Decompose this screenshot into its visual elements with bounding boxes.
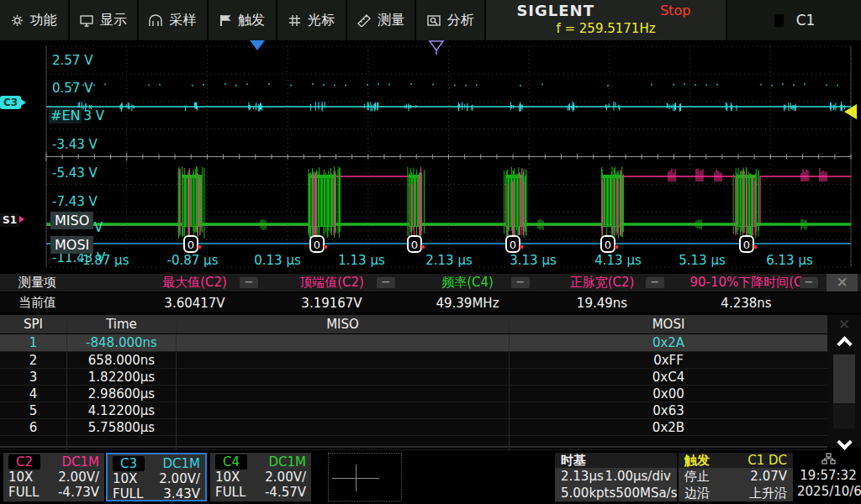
spi-frame-marker[interactable]: 0	[506, 236, 523, 252]
spi-frame-marker[interactable]: 0	[184, 236, 201, 252]
timebase-box[interactable]: 时基 2.13µs1.00µs/div 5.00kpts500MSa/s	[555, 453, 677, 501]
time-label: 1.13 µs	[338, 253, 385, 268]
acquisition-state[interactable]: Stop	[625, 3, 726, 18]
s1-decode-marker[interactable]: S1	[0, 213, 19, 227]
spi-frame-marker[interactable]: 0	[740, 236, 757, 252]
oscilloscope-screen: 功能 显示 采样 触发 光标 测量	[0, 0, 861, 504]
c4-label: C4	[215, 454, 247, 470]
time-label: 4.13 µs	[594, 253, 642, 268]
waveform-display[interactable]: 000000 2.57 V0.57 V-3.43 V-5.43 V-7.43 V…	[0, 40, 861, 273]
decode-row[interactable]: 6 5.75800µs 0x2B	[0, 419, 827, 436]
cell-miso	[177, 369, 510, 385]
siglent-logo: SIGLENT	[486, 2, 625, 19]
measure-value-pwidth: 19.49ns	[535, 293, 669, 312]
cell-idx: 5	[0, 402, 67, 418]
measure-icon	[357, 14, 371, 27]
svg-text:0: 0	[743, 239, 750, 251]
col-header-time: Time	[67, 315, 177, 333]
remove-measure-pwidth-button[interactable]: −	[646, 277, 664, 288]
menu-display[interactable]: 显示	[70, 0, 140, 40]
acquire-icon	[149, 14, 162, 27]
svg-text:0: 0	[605, 239, 611, 251]
trigger-source: C1 DC	[747, 453, 787, 468]
menu-trigger[interactable]: 触发	[209, 0, 278, 40]
svg-text:0: 0	[510, 239, 516, 251]
trigger-slope: 上升沿	[749, 486, 787, 501]
trigger-position-marker[interactable]	[250, 40, 265, 50]
decode-row-empty	[0, 436, 827, 450]
c2-probe: 10X	[8, 470, 33, 485]
menu-display-label: 显示	[100, 12, 127, 29]
remove-measure-fall-button[interactable]: −	[800, 277, 818, 288]
channel-menu-button[interactable]: C1	[727, 0, 861, 40]
c3-label: C3	[113, 456, 145, 471]
bottom-status-bar: C2DC1M 10X2.00V/ FULL-4.73V C3DC1M 10X2.…	[0, 450, 861, 504]
remove-measure-max-button[interactable]: −	[240, 277, 258, 288]
spi-frame-marker[interactable]: 0	[310, 236, 327, 252]
en-bus-label-line: #EN 3 V	[49, 108, 104, 123]
timebase-scale: 1.00µs/div	[605, 469, 671, 484]
measure-item-fall-name: 90-10%下降时间(C	[689, 275, 802, 291]
menu-utility[interactable]: 功能	[0, 0, 70, 40]
trigger-box[interactable]: 触发C1 DC 停止2.07V 边沿上升沿	[679, 453, 793, 501]
mosi-bus-label: MOSI	[50, 236, 93, 254]
decode-row[interactable]: 3 1.82200µs 0xC4	[0, 369, 827, 386]
scroll-down-button[interactable]	[837, 434, 852, 449]
menu-analysis[interactable]: 分析	[416, 0, 486, 40]
c3-offset: 3.43V	[163, 486, 200, 501]
measure-item-freq-name: 频率(C4)	[441, 275, 494, 291]
time-label: 2.13 µs	[425, 253, 473, 268]
time-label: -0.87 µs	[167, 253, 219, 268]
measure-row2-label: 当前值	[0, 293, 126, 312]
timebase-label: 时基	[561, 453, 586, 469]
menu-acquire[interactable]: 采样	[139, 0, 209, 40]
en-scale-tail: 3 V	[83, 108, 104, 123]
cell-mosi: 0xFF	[510, 352, 827, 368]
measure-value-top: 3.19167V	[263, 293, 400, 312]
en-bus-label: #EN	[49, 108, 82, 123]
remove-measure-freq-button[interactable]: −	[511, 277, 530, 288]
decode-row[interactable]: 5 4.12200µs 0x63	[0, 402, 827, 419]
c3-scale: 2.00V/	[159, 471, 200, 486]
channel-menu-label: C1	[796, 12, 816, 29]
trigger-label: 触发	[684, 453, 710, 468]
c3-channel-marker[interactable]: C3	[0, 96, 21, 109]
trigger-level-marker[interactable]	[844, 104, 857, 119]
spi-frame-marker[interactable]: 0	[601, 236, 618, 252]
cell-miso	[177, 402, 510, 418]
measure-value-max: 3.60417V	[126, 293, 263, 312]
close-decode-table-button[interactable]: ✕	[838, 315, 850, 333]
status-block: SIGLENT Stop f = 259.5171Hz	[486, 0, 727, 40]
cell-miso	[177, 352, 510, 368]
decode-row[interactable]: 2 658.000ns 0xFF	[0, 352, 827, 369]
miso-bus-label: MISO	[50, 212, 93, 229]
spi-frame-marker[interactable]: 0	[408, 236, 425, 252]
cell-idx: 4	[0, 386, 67, 402]
col-header-miso: MISO	[177, 315, 510, 333]
channel-box-c3[interactable]: C3DC1M 10X2.00V/ FULL3.43V	[106, 453, 207, 501]
cell-miso	[177, 419, 510, 435]
menu-measure[interactable]: 测量	[347, 0, 417, 40]
col-header-mosi: MOSI	[510, 315, 827, 333]
c4-scale: 2.00V/	[265, 470, 306, 485]
scroll-up-button[interactable]	[837, 336, 852, 351]
channel-box-c2[interactable]: C2DC1M 10X2.00V/ FULL-4.73V	[3, 453, 104, 501]
scrollbar-thumb[interactable]	[833, 354, 855, 403]
cell-mosi: 0xC4	[510, 369, 827, 385]
c2-bandwidth: FULL	[8, 485, 39, 500]
menu-cursors[interactable]: 光标	[277, 0, 347, 40]
channel-box-c4[interactable]: C4DC1M 10X2.00V/ FULL-4.57V	[210, 453, 311, 501]
measure-item-pwidth-name: 正脉宽(C2)	[570, 275, 635, 291]
clock-box: 19:57:32 2025/10/6	[797, 453, 859, 501]
remove-measure-top-button[interactable]: −	[377, 277, 395, 288]
decode-row[interactable]: 4 2.98600µs 0x00	[0, 386, 827, 402]
delay-reference-marker[interactable]	[430, 41, 443, 55]
close-measurements-button[interactable]: ✕	[827, 274, 858, 291]
svg-text:0: 0	[411, 239, 418, 251]
cell-idx: 2	[0, 352, 67, 368]
scrollbar-track[interactable]	[833, 354, 855, 428]
decode-row-selected[interactable]: 1 -848.000ns 0x2A	[0, 334, 827, 352]
empty-channel-slot[interactable]	[328, 453, 402, 501]
voltage-label: -5.43 V	[52, 165, 98, 181]
display-icon	[80, 14, 93, 27]
